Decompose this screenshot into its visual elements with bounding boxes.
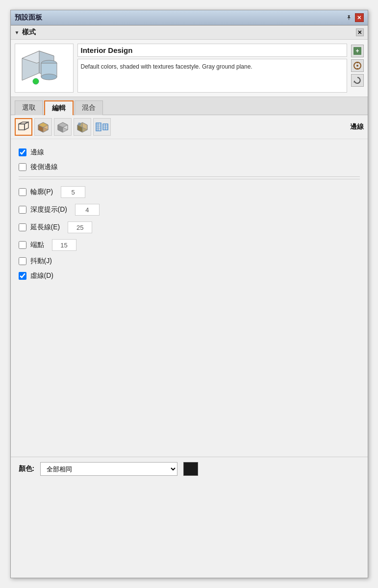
- style-info: Interior Design Default colors, shaded w…: [77, 44, 347, 93]
- refresh-button[interactable]: [351, 74, 364, 87]
- collapse-icon: ▼: [15, 30, 20, 35]
- tab-mix[interactable]: 混合: [75, 100, 103, 115]
- svg-point-11: [356, 65, 358, 67]
- refresh-icon: [353, 76, 362, 85]
- svg-text:+: +: [355, 48, 359, 54]
- profiles-label: 輪廓(P): [30, 188, 53, 196]
- photo-icon: [76, 121, 88, 133]
- svg-marker-14: [353, 80, 355, 82]
- svg-point-6: [41, 74, 57, 80]
- view-wireframe-button[interactable]: [93, 118, 111, 136]
- main-content: Interior Design Default colors, shaded w…: [11, 40, 368, 481]
- textured-icon: [57, 121, 69, 133]
- title-bar-controls: 🖈 ✕: [345, 13, 364, 22]
- select-icon: [353, 61, 362, 70]
- close-window-button[interactable]: ✕: [355, 13, 364, 22]
- svg-rect-15: [19, 124, 25, 130]
- view-edges-button[interactable]: [15, 118, 32, 136]
- back-edges-label: 後側邊線: [30, 163, 58, 172]
- pin-button[interactable]: 🖈: [345, 14, 353, 22]
- svg-marker-17: [19, 122, 28, 124]
- checkbox-row-back-edges: 後側邊線: [19, 160, 360, 177]
- edges-label: 邊線: [30, 148, 44, 157]
- depth-cue-checkbox[interactable]: [19, 206, 26, 214]
- extension-checkbox[interactable]: [19, 223, 26, 231]
- color-dropdown-wrapper: 全部相同 依材質 依軸 依圖層: [40, 462, 177, 476]
- edge-section-label: 邊線: [350, 122, 364, 131]
- tabs-row: 選取 編輯 混合: [11, 97, 368, 115]
- panel-header: ▼ 樣式 ✕: [11, 25, 368, 40]
- checkbox-row-depth-cue: 深度提示(D): [19, 201, 360, 219]
- divider-1: [19, 179, 360, 179]
- checkbox-row-dashed: 虛線(D): [19, 269, 360, 283]
- style-preview-svg: [17, 46, 71, 90]
- svg-point-7: [33, 78, 39, 84]
- add-icon: +: [353, 47, 362, 55]
- icons-row: 邊線: [11, 115, 368, 139]
- checkbox-row-edges: 邊線: [19, 145, 360, 160]
- title-bar: 預設面板 🖈 ✕: [11, 10, 368, 25]
- dashed-checkbox[interactable]: [19, 272, 26, 280]
- svg-point-29: [78, 122, 81, 125]
- bottom-bar: 顏色: 全部相同 依材質 依軸 依圖層: [11, 457, 368, 481]
- add-style-button[interactable]: +: [351, 45, 364, 57]
- wireframe-icon: [95, 121, 109, 133]
- edges-icon: [18, 121, 29, 133]
- panel-close-button[interactable]: ✕: [356, 28, 364, 36]
- panel-header-left: ▼ 樣式: [15, 28, 36, 37]
- profiles-input[interactable]: [61, 186, 85, 198]
- style-actions: +: [351, 44, 364, 93]
- back-edges-checkbox[interactable]: [19, 163, 26, 171]
- view-textured-button[interactable]: [54, 118, 72, 136]
- main-window: 預設面板 🖈 ✕ ▼ 樣式 ✕: [10, 10, 368, 578]
- jitter-label: 抖動(J): [30, 257, 52, 266]
- dashed-label: 虛線(D): [30, 271, 53, 280]
- spacer: [11, 373, 368, 457]
- extension-label: 延長線(E): [30, 223, 60, 232]
- endpoints-label: 端點: [30, 241, 44, 249]
- color-swatch[interactable]: [183, 462, 198, 476]
- depth-cue-input[interactable]: [75, 204, 100, 216]
- depth-cue-label: 深度提示(D): [30, 205, 67, 214]
- style-thumbnail: [15, 44, 74, 93]
- panel-label: 樣式: [22, 28, 36, 37]
- view-shaded-button[interactable]: [34, 118, 52, 136]
- shaded-icon: [37, 121, 49, 133]
- checkbox-row-profiles: 輪廓(P): [19, 183, 360, 201]
- checkbox-row-extension: 延長線(E): [19, 219, 360, 236]
- settings-panel: 邊線 後側邊線 輪廓(P) 深度提示(D): [11, 139, 368, 373]
- edges-checkbox[interactable]: [19, 148, 26, 156]
- jitter-checkbox[interactable]: [19, 257, 26, 265]
- color-dropdown[interactable]: 全部相同 依材質 依軸 依圖層: [40, 462, 177, 476]
- extension-input[interactable]: [68, 221, 92, 233]
- tab-select[interactable]: 選取: [15, 100, 43, 115]
- endpoints-input[interactable]: [52, 239, 76, 251]
- style-preview-area: Interior Design Default colors, shaded w…: [11, 40, 368, 97]
- window-title: 預設面板: [15, 13, 42, 22]
- color-label: 顏色:: [19, 465, 35, 473]
- view-photo-button[interactable]: [74, 118, 91, 136]
- style-name: Interior Design: [77, 44, 347, 57]
- checkbox-row-jitter: 抖動(J): [19, 254, 360, 269]
- checkbox-row-endpoints: 端點: [19, 236, 360, 254]
- select-style-button[interactable]: [351, 59, 364, 72]
- tab-edit[interactable]: 編輯: [44, 100, 74, 115]
- profiles-checkbox[interactable]: [19, 188, 26, 196]
- endpoints-checkbox[interactable]: [19, 241, 26, 249]
- style-description: Default colors, shaded with textures fac…: [77, 59, 347, 93]
